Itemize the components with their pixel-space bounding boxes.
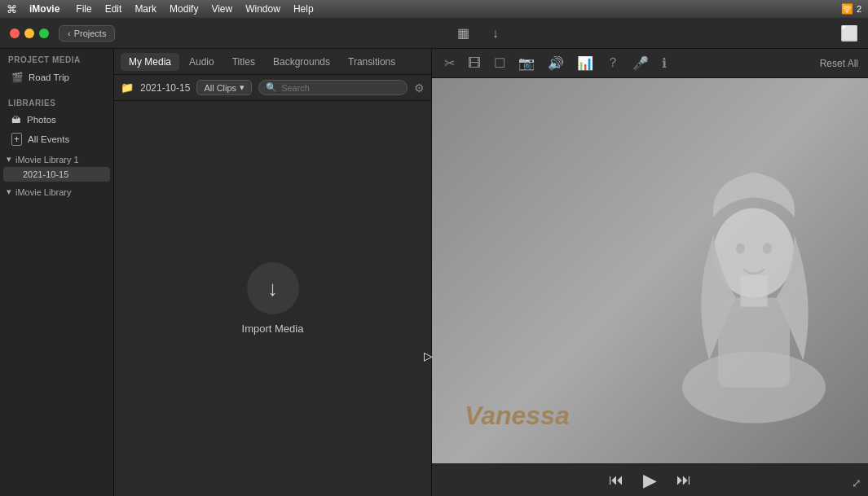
player-controls: ⏮ ▶ ⏭ ⤢ [432, 463, 868, 496]
project-icon: 🎬 [11, 72, 23, 83]
folder-icon: 📁 [121, 81, 134, 94]
all-events-label: All Events [28, 134, 69, 144]
sidebar-group-library1[interactable]: ▾ iMovie Library 1 [0, 150, 113, 166]
sidebar: PROJECT MEDIA 🎬 Road Trip LIBRARIES 🏔 Ph… [0, 49, 114, 496]
traffic-lights [10, 29, 49, 38]
chevron-left-icon: ‹ [68, 29, 71, 38]
sort-button[interactable]: ↓ [487, 24, 504, 42]
dropdown-arrow: ▾ [240, 82, 245, 93]
chart-icon[interactable]: 📊 [575, 53, 596, 73]
tab-titles[interactable]: Titles [224, 53, 263, 71]
all-clips-label: All Clips [204, 83, 236, 93]
import-media-zone[interactable]: ↓ Import Media [114, 101, 431, 496]
sidebar-group-library2[interactable]: ▾ iMovie Library [0, 182, 113, 199]
photos-label: Photos [27, 115, 56, 125]
media-area: My Media Audio Titles Backgrounds Transi… [114, 49, 432, 496]
sidebar-item-library1-date[interactable]: 2021-10-15 [3, 167, 110, 182]
menu-view[interactable]: View [205, 3, 238, 15]
libraries-label: LIBRARIES [0, 92, 113, 111]
projects-label: Projects [74, 29, 107, 38]
photos-icon: 🏔 [11, 115, 21, 125]
svg-point-4 [736, 243, 745, 253]
tab-transitions[interactable]: Transitions [340, 53, 403, 71]
menu-mark[interactable]: Mark [129, 3, 162, 15]
main-layout: PROJECT MEDIA 🎬 Road Trip LIBRARIES 🏔 Ph… [0, 49, 868, 496]
audio-icon[interactable]: 🔊 [545, 53, 566, 73]
media-tabs: My Media Audio Titles Backgrounds Transi… [114, 49, 431, 75]
sidebar-item-photos[interactable]: 🏔 Photos [3, 112, 110, 128]
character-name: Vanessa [465, 401, 570, 431]
import-arrow-icon: ↓ [267, 276, 278, 301]
project-name-label: Road Trip [29, 72, 69, 82]
tab-my-media[interactable]: My Media [121, 53, 179, 71]
apple-icon[interactable]: ⌘ [7, 3, 17, 15]
menu-help[interactable]: Help [288, 3, 319, 15]
character-silhouette [664, 78, 844, 463]
projects-button[interactable]: ‹ Projects [59, 25, 115, 42]
grid-view-button[interactable]: ▦ [452, 24, 474, 42]
film-icon[interactable]: 🎞 [465, 54, 483, 73]
camera-icon[interactable]: 📷 [516, 53, 537, 73]
cut-icon[interactable]: ✂ [442, 53, 457, 73]
video-preview: Vanessa [432, 78, 868, 463]
minimize-button[interactable] [24, 29, 34, 38]
fullscreen-button[interactable]: ⤢ [852, 476, 861, 489]
library1-label: iMovie Library 1 [15, 155, 79, 165]
add-icon: + [11, 133, 22, 146]
all-clips-selector[interactable]: All Clips ▾ [196, 80, 252, 95]
skip-forward-button[interactable]: ⏭ [676, 472, 691, 489]
sidebar-item-all-events[interactable]: + All Events [3, 129, 110, 149]
app-name[interactable]: iMovie [24, 3, 65, 15]
search-input[interactable] [281, 83, 400, 93]
title-bar-center: ▦ ↓ [115, 24, 840, 42]
import-label: Import Media [242, 323, 304, 335]
library1-date-label: 2021-10-15 [23, 169, 68, 179]
tab-audio[interactable]: Audio [181, 53, 223, 71]
help-icon[interactable]: ？ [604, 52, 622, 74]
close-button[interactable] [10, 29, 20, 38]
reset-all-button[interactable]: Reset All [820, 58, 858, 69]
svg-point-5 [763, 243, 772, 253]
media-content-header: 📁 2021-10-15 All Clips ▾ 🔍 ⚙ [114, 75, 431, 101]
menu-bar: ⌘ iMovie File Edit Mark Modify View Wind… [0, 0, 868, 18]
search-box[interactable]: 🔍 [258, 80, 408, 95]
menu-edit[interactable]: Edit [99, 3, 128, 15]
project-media-label: PROJECT MEDIA [0, 49, 113, 68]
wifi-icon: 🛜 [841, 3, 853, 15]
sidebar-item-road-trip[interactable]: 🎬 Road Trip [3, 68, 110, 86]
date-label: 2021-10-15 [140, 82, 190, 94]
play-button[interactable]: ▶ [643, 470, 657, 491]
menu-window[interactable]: Window [240, 3, 286, 15]
search-icon: 🔍 [266, 82, 277, 93]
preview-toolbar: ✂ 🎞 ☐ 📷 🔊 📊 ？ 🎤 ℹ Reset All [432, 49, 868, 78]
library2-label: iMovie Library [15, 187, 71, 197]
title-bar-right: ⬜ [840, 24, 858, 42]
skip-back-button[interactable]: ⏮ [609, 472, 623, 489]
notification-count: 2 [857, 4, 861, 14]
tab-backgrounds[interactable]: Backgrounds [265, 53, 338, 71]
crop-icon[interactable]: ☐ [491, 53, 508, 73]
info-icon[interactable]: ℹ [659, 53, 669, 73]
title-bar: ‹ Projects ▦ ↓ ⬜ [0, 18, 868, 49]
chevron-right-icon: ▾ [7, 187, 11, 197]
fullscreen-button[interactable] [39, 29, 49, 38]
settings-icon[interactable]: ⚙ [414, 81, 425, 94]
mic-icon[interactable]: 🎤 [630, 53, 651, 73]
menu-modify[interactable]: Modify [164, 3, 204, 15]
menu-file[interactable]: File [70, 3, 97, 15]
preview-area: ✂ 🎞 ☐ 📷 🔊 📊 ？ 🎤 ℹ Reset All Vanessa [432, 49, 868, 496]
chevron-down-icon: ▾ [7, 154, 11, 165]
import-icon-circle: ↓ [247, 262, 299, 314]
share-button[interactable]: ⬜ [840, 24, 858, 42]
